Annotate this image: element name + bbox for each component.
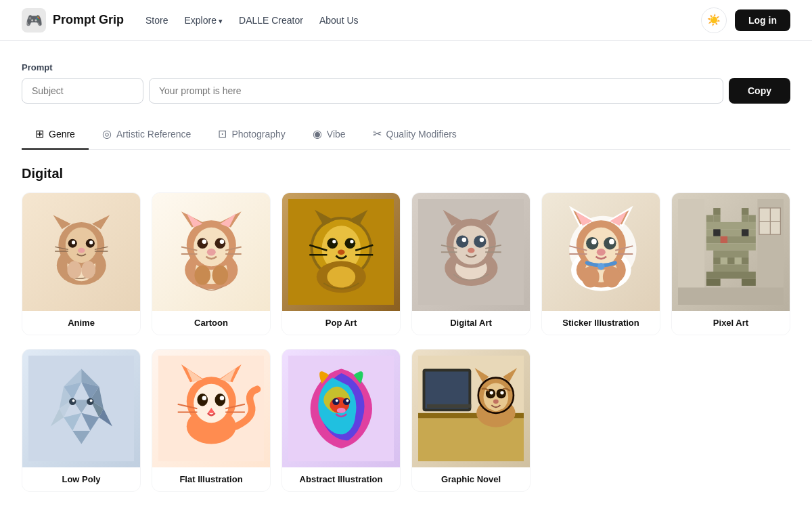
svg-point-15 xyxy=(67,261,81,278)
svg-rect-108 xyxy=(713,264,748,271)
svg-point-157 xyxy=(336,399,338,402)
brand-emoji: 🎮 xyxy=(26,12,43,28)
svg-point-173 xyxy=(489,391,493,394)
copy-button[interactable]: Copy xyxy=(729,78,790,104)
svg-rect-106 xyxy=(720,257,727,264)
svg-point-29 xyxy=(206,249,215,255)
svg-rect-92 xyxy=(742,208,748,215)
svg-rect-111 xyxy=(742,278,756,285)
svg-point-27 xyxy=(202,239,206,244)
card-sticker-image xyxy=(542,193,660,311)
quality-modifiers-icon: ✂ xyxy=(373,127,382,140)
nav-links: Store Explore DALLE Creator About Us xyxy=(145,15,359,26)
nav-explore[interactable]: Explore xyxy=(184,15,223,26)
tab-artistic-reference[interactable]: ◎ Artistic Reference xyxy=(89,121,204,150)
prompt-row: Copy xyxy=(22,78,790,104)
nav-dalle-creator[interactable]: DALLE Creator xyxy=(239,15,303,26)
navbar: 🎮 Prompt Grip Store Explore DALLE Creato… xyxy=(0,0,812,41)
svg-point-52 xyxy=(327,266,355,287)
card-pixel-label: Pixel Art xyxy=(672,311,790,335)
nav-about-us[interactable]: About Us xyxy=(319,15,359,26)
svg-point-175 xyxy=(493,399,499,404)
card-anime-image xyxy=(22,193,140,311)
card-flat[interactable]: Flat Illustration xyxy=(152,349,271,492)
card-cartoon-image xyxy=(152,193,270,311)
empty-cell-1 xyxy=(541,349,660,492)
prompt-input[interactable] xyxy=(149,78,723,104)
prompt-section: Prompt Copy xyxy=(22,62,790,104)
svg-point-82 xyxy=(609,238,614,244)
card-pixel[interactable]: Pixel Art xyxy=(671,192,790,335)
svg-point-45 xyxy=(350,240,353,243)
svg-rect-114 xyxy=(678,287,784,305)
tab-quality-modifiers[interactable]: ✂ Quality Modifiers xyxy=(359,121,470,150)
empty-cell-2 xyxy=(671,349,790,492)
svg-point-28 xyxy=(219,239,224,244)
card-digitalart-label: Digital Art xyxy=(412,311,530,335)
svg-point-61 xyxy=(474,235,486,247)
card-lowpoly-label: Low Poly xyxy=(22,467,140,491)
svg-point-83 xyxy=(596,249,605,255)
svg-rect-96 xyxy=(748,215,755,221)
svg-rect-93 xyxy=(706,215,713,221)
svg-rect-164 xyxy=(425,371,468,408)
svg-point-88 xyxy=(597,263,604,270)
svg-rect-162 xyxy=(418,418,524,461)
nav-store[interactable]: Store xyxy=(145,15,168,26)
cards-row-1: Anime xyxy=(22,192,790,335)
main-content: Prompt Copy ⊞ Genre ◎ Artistic Reference… xyxy=(0,41,812,492)
card-sticker[interactable]: Sticker Illustration xyxy=(541,192,660,335)
nav-left: 🎮 Prompt Grip Store Explore DALLE Creato… xyxy=(22,8,359,33)
svg-rect-107 xyxy=(734,257,741,264)
tab-photography[interactable]: ⊡ Photography xyxy=(204,121,298,150)
card-lowpoly[interactable]: Low Poly xyxy=(22,349,141,492)
card-flat-label: Flat Illustration xyxy=(152,467,270,491)
tab-quality-modifiers-label: Quality Modifiers xyxy=(386,129,457,140)
card-abstract-label: Abstract Illustration xyxy=(282,467,400,491)
svg-rect-102 xyxy=(720,236,727,243)
svg-point-46 xyxy=(338,249,344,255)
theme-toggle-button[interactable]: ☀️ xyxy=(701,7,727,33)
card-graphicnovel[interactable]: Graphic Novel xyxy=(411,349,531,492)
svg-rect-94 xyxy=(713,215,720,221)
svg-rect-99 xyxy=(713,229,720,236)
tabs: ⊞ Genre ◎ Artistic Reference ⊡ Photograp… xyxy=(22,120,790,150)
card-anime[interactable]: Anime xyxy=(22,192,141,335)
svg-point-44 xyxy=(332,240,336,243)
svg-point-147 xyxy=(202,396,206,400)
svg-point-158 xyxy=(346,399,348,402)
subject-input[interactable] xyxy=(22,78,143,104)
card-digitalart-image xyxy=(412,193,530,311)
tab-genre[interactable]: ⊞ Genre xyxy=(22,121,89,150)
svg-point-35 xyxy=(212,266,227,285)
photography-icon: ⊡ xyxy=(218,127,227,140)
vibe-icon: ◉ xyxy=(313,127,322,140)
svg-point-145 xyxy=(197,394,208,406)
svg-rect-116 xyxy=(769,208,770,234)
brand: 🎮 Prompt Grip xyxy=(22,8,124,33)
card-digitalart[interactable]: Digital Art xyxy=(411,192,531,335)
svg-point-81 xyxy=(591,238,597,244)
brand-icon: 🎮 xyxy=(22,8,46,33)
svg-point-8 xyxy=(72,240,75,244)
svg-point-174 xyxy=(500,391,503,394)
card-lowpoly-image xyxy=(22,350,140,467)
svg-point-159 xyxy=(336,408,345,413)
card-cartoon[interactable]: Cartoon xyxy=(152,192,271,335)
card-abstract[interactable]: Abstract Illustration xyxy=(281,349,401,492)
svg-point-89 xyxy=(581,266,599,287)
card-popart-label: Pop Art xyxy=(282,311,400,335)
svg-point-135 xyxy=(72,399,74,402)
svg-rect-165 xyxy=(427,404,471,407)
svg-point-62 xyxy=(461,237,466,242)
tab-vibe[interactable]: ◉ Vibe xyxy=(299,121,359,150)
svg-point-148 xyxy=(219,396,224,400)
card-popart[interactable]: Pop Art xyxy=(281,192,401,335)
login-button[interactable]: Log in xyxy=(735,9,790,31)
artistic-reference-icon: ◎ xyxy=(102,127,112,140)
svg-point-43 xyxy=(344,238,355,249)
svg-point-63 xyxy=(479,237,484,242)
tab-photography-label: Photography xyxy=(231,129,285,140)
svg-rect-117 xyxy=(759,221,780,221)
svg-point-90 xyxy=(603,266,621,287)
